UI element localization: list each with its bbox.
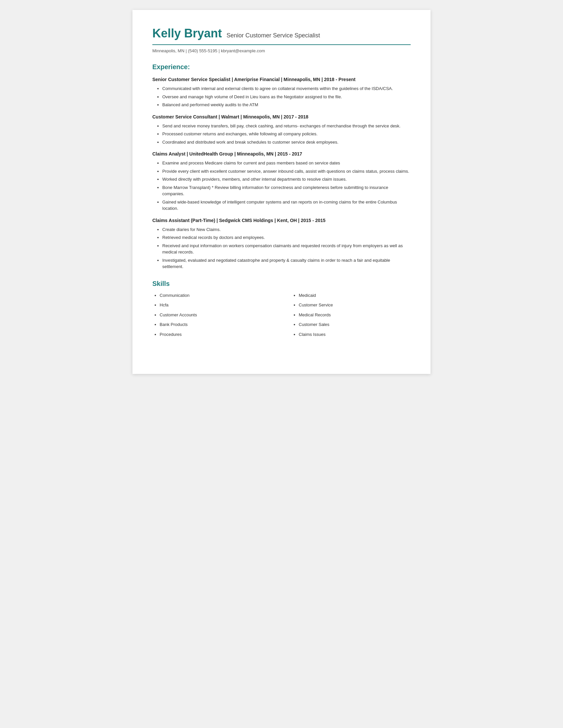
resume-page: Kelly Bryant Senior Customer Service Spe… <box>132 10 431 374</box>
candidate-name: Kelly Bryant <box>152 26 222 40</box>
bullet: Retrieved medical records by doctors and… <box>162 234 411 241</box>
experience-section-title: Experience: <box>152 63 411 71</box>
header-section: Kelly Bryant Senior Customer Service Spe… <box>152 26 411 53</box>
bullet: Coordinated and distributed work and bre… <box>162 139 411 146</box>
header-divider <box>152 44 411 45</box>
skill-item: Procedures <box>160 331 271 338</box>
skill-item: Communication <box>160 292 271 299</box>
skills-col-right: Medicaid Customer Service Medical Record… <box>292 292 411 341</box>
skill-item: Customer Service <box>299 302 411 308</box>
bullet: Worked directly with providers, members,… <box>162 176 411 183</box>
bullet: Processed customer returns and exchanges… <box>162 131 411 137</box>
name-title-row: Kelly Bryant Senior Customer Service Spe… <box>152 26 411 40</box>
bullet: Oversee and manage high volume of Deed i… <box>162 94 411 100</box>
job-bullets-2: Send and receive money transfers, bill p… <box>162 123 411 146</box>
skills-list-left: Communication Hcfa Customer Accounts Ban… <box>160 292 271 338</box>
skills-list-right: Medicaid Customer Service Medical Record… <box>299 292 411 338</box>
bullet: Received and input information on worker… <box>162 243 411 255</box>
skills-section: Skills Communication Hcfa Customer Accou… <box>152 280 411 341</box>
job-title-1: Senior Customer Service Specialist | Ame… <box>152 77 411 82</box>
job-bullets-3: Examine and process Medicare claims for … <box>162 160 411 212</box>
bullet: Balanced and performed weekly audits to … <box>162 102 411 108</box>
job-title-3: Claims Analyst | UnitedHealth Group | Mi… <box>152 151 411 157</box>
skill-item: Medicaid <box>299 292 411 299</box>
skill-item: Hcfa <box>160 302 271 308</box>
bullet: Examine and process Medicare claims for … <box>162 160 411 166</box>
job-bullets-1: Communicated with internal and external … <box>162 85 411 108</box>
bullet: Gained wide-based knowledge of intellige… <box>162 199 411 212</box>
skill-item: Claims Issues <box>299 331 411 338</box>
job-entry-4: Claims Assistant (Part-Time) | Sedgwick … <box>152 218 411 270</box>
bullet: Create diaries for New Claims. <box>162 226 411 233</box>
skill-item: Customer Accounts <box>160 312 271 318</box>
job-bullets-4: Create diaries for New Claims. Retrieved… <box>162 226 411 270</box>
job-title-4: Claims Assistant (Part-Time) | Sedgwick … <box>152 218 411 223</box>
skill-item: Customer Sales <box>299 321 411 328</box>
bullet: Communicated with internal and external … <box>162 85 411 92</box>
skills-columns: Communication Hcfa Customer Accounts Ban… <box>152 292 411 341</box>
experience-section: Experience: Senior Customer Service Spec… <box>152 63 411 270</box>
bullet: Send and receive money transfers, bill p… <box>162 123 411 129</box>
bullet: Bone Marrow Transplant) * Review billing… <box>162 184 411 197</box>
candidate-title: Senior Customer Service Specialist <box>226 32 320 39</box>
bullet: Investigated, evaluated and negotiated c… <box>162 257 411 270</box>
skills-col-left: Communication Hcfa Customer Accounts Ban… <box>152 292 271 341</box>
skill-item: Medical Records <box>299 312 411 318</box>
job-entry-1: Senior Customer Service Specialist | Ame… <box>152 77 411 108</box>
contact-info: Minneapolis, MN | (540) 555-5195 | kbrya… <box>152 48 411 53</box>
job-entry-2: Customer Service Consultant | Walmart | … <box>152 114 411 146</box>
skill-item: Bank Products <box>160 321 271 328</box>
job-title-2: Customer Service Consultant | Walmart | … <box>152 114 411 119</box>
job-entry-3: Claims Analyst | UnitedHealth Group | Mi… <box>152 151 411 212</box>
bullet: Provide every client with excellent cust… <box>162 168 411 175</box>
skills-section-title: Skills <box>152 280 411 288</box>
